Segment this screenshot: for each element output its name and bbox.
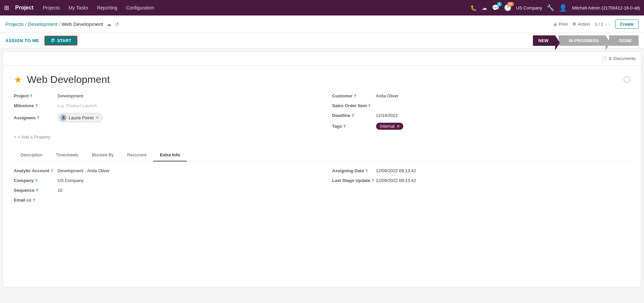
deadline-value[interactable]: 12/14/2022 — [376, 113, 398, 118]
settings-icon[interactable]: 🔧 — [547, 4, 554, 11]
breadcrumb-icons: ☁ ↺ — [106, 21, 119, 27]
nav-configuration[interactable]: Configuration — [125, 5, 156, 10]
company-label: Company ? — [14, 178, 58, 183]
nav-right: 🐛 ☁ 💬 8 🕐 37 US Company 🔧 👤 Mitchell Adm… — [470, 4, 640, 12]
assigning-date-help-icon[interactable]: ? — [365, 169, 368, 173]
deadline-label: Deadline ? — [332, 113, 376, 118]
form-fields: Project ? Development Milestone ? e.g. P… — [14, 93, 630, 130]
status-radio[interactable] — [623, 76, 630, 83]
create-button[interactable]: Create — [615, 20, 639, 29]
breadcrumb-projects[interactable]: Projects — [5, 21, 24, 27]
add-property-button[interactable]: + + Add a Property — [14, 134, 630, 140]
nav-reporting[interactable]: Reporting — [96, 5, 119, 10]
prev-arrow[interactable]: ‹ — [605, 22, 607, 27]
company-value[interactable]: US Company — [58, 178, 83, 183]
tab-blocked-by[interactable]: Blocked By — [85, 149, 121, 161]
breadcrumb-current: Web Development — [62, 21, 103, 27]
breadcrumb-right: 🖨 Print ⚙ Action 1 / 1 ‹ › Create — [553, 20, 639, 29]
last-stage-label: Last Stage Update ? — [332, 178, 376, 183]
favorite-star-icon[interactable]: ★ — [14, 74, 22, 85]
assignees-field-row: Assignees ? 👤 Laurie Poiret ✕ — [14, 113, 312, 122]
milestone-help-icon[interactable]: ? — [35, 104, 38, 108]
documents-widget[interactable]: 📄 0 Documents — [602, 56, 636, 61]
analytic-help-icon[interactable]: ? — [51, 169, 53, 173]
customer-value[interactable]: Anita Oliver — [376, 93, 399, 98]
refresh-icon[interactable]: ↺ — [115, 21, 119, 27]
customer-field-row: Customer ? Anita Oliver — [332, 93, 631, 98]
tags-help-icon[interactable]: ? — [343, 124, 346, 128]
cloud-upload-icon[interactable]: ☁ — [106, 21, 111, 27]
user-avatar[interactable]: 👤 — [559, 4, 567, 12]
milestone-field-row: Milestone ? e.g. Product Launch — [14, 103, 312, 108]
tab-timesheets[interactable]: Timesheets — [49, 149, 85, 161]
project-value[interactable]: Development — [58, 93, 83, 98]
customer-help-icon[interactable]: ? — [354, 94, 356, 98]
pager: 1 / 1 ‹ › — [595, 22, 610, 27]
extra-right: Assigning Date ? 12/09/2022 09:13:42 Las… — [312, 168, 631, 203]
assignees-label: Assignees ? — [14, 115, 58, 120]
assignees-help-icon[interactable]: ? — [37, 116, 39, 120]
project-help-icon[interactable]: ? — [30, 94, 32, 98]
form-body: ★ Web Development Project ? Development — [3, 66, 641, 211]
company-help-icon[interactable]: ? — [35, 179, 37, 183]
tab-extra-info[interactable]: Extra Info — [153, 149, 187, 161]
analytic-label: Analytic Account ? — [14, 168, 58, 173]
start-button[interactable]: ⏱ START — [44, 36, 77, 46]
gear-icon: ⚙ — [572, 22, 576, 27]
clock-icon[interactable]: 🕐 37 — [504, 4, 511, 11]
plus-icon: + — [14, 134, 16, 140]
next-arrow[interactable]: › — [609, 22, 610, 27]
analytic-value[interactable]: Development - Anita Oliver — [58, 168, 110, 173]
sequence-value[interactable]: 10 — [58, 188, 62, 193]
assigning-date-field-row: Assigning Date ? 12/09/2022 09:13:42 — [332, 168, 631, 173]
sales-order-help-icon[interactable]: ? — [368, 104, 371, 108]
form-right: Customer ? Anita Oliver Sales Order Item… — [312, 93, 631, 130]
assignee-name: Laurie Poiret — [69, 115, 94, 120]
tabs-bar: Description Timesheets Blocked By Recurr… — [14, 149, 630, 161]
chat-badge: 8 — [497, 2, 502, 6]
analytic-field-row: Analytic Account ? Development - Anita O… — [14, 168, 312, 173]
tags-field-row: Tags ? Internal ✕ — [332, 123, 631, 130]
sequence-help-icon[interactable]: ? — [36, 188, 38, 192]
print-button[interactable]: 🖨 Print — [553, 22, 568, 27]
bug-icon[interactable]: 🐛 — [470, 5, 477, 11]
nav-projects[interactable]: Projects — [41, 5, 61, 10]
email-cc-help-icon[interactable]: ? — [33, 198, 35, 202]
remove-tag-button[interactable]: ✕ — [397, 124, 400, 129]
deadline-help-icon[interactable]: ? — [352, 114, 354, 118]
last-stage-help-icon[interactable]: ? — [372, 179, 374, 183]
nav-my-tasks[interactable]: My Tasks — [67, 5, 90, 10]
extra-info-section: Analytic Account ? Development - Anita O… — [14, 161, 630, 203]
assigning-date-value: 12/09/2022 09:13:42 — [376, 168, 416, 173]
project-label: Project ? — [14, 93, 58, 98]
chat-icon[interactable]: 💬 8 — [492, 4, 499, 11]
grid-icon[interactable]: ⊞ — [4, 4, 9, 11]
document-icon: 📄 — [602, 56, 607, 61]
extra-fields: Analytic Account ? Development - Anita O… — [14, 168, 630, 203]
remove-assignee-button[interactable]: ✕ — [96, 115, 99, 120]
form-left: Project ? Development Milestone ? e.g. P… — [14, 93, 312, 130]
stage-done[interactable]: DONE — [609, 35, 639, 46]
stages: NEW IN PROGRESS DONE — [533, 35, 639, 46]
tab-description[interactable]: Description — [14, 149, 49, 161]
sequence-label: Sequence ? — [14, 188, 58, 193]
deadline-field-row: Deadline ? 12/14/2022 — [332, 113, 631, 118]
stage-new[interactable]: NEW — [533, 35, 555, 46]
clock-badge: 37 — [507, 2, 514, 6]
breadcrumb-sep-1: / — [25, 21, 26, 27]
breadcrumb-development[interactable]: Development — [28, 21, 57, 27]
action-button[interactable]: ⚙ Action — [572, 22, 590, 27]
sales-order-label: Sales Order Item ? — [332, 103, 376, 108]
milestone-label: Milestone ? — [14, 103, 58, 108]
milestone-placeholder[interactable]: e.g. Product Launch — [58, 103, 97, 108]
sequence-field-row: Sequence ? 10 — [14, 188, 312, 193]
form-top-bar: 📄 0 Documents — [3, 52, 641, 66]
assign-me-button[interactable]: ASSIGN TO ME — [5, 38, 39, 43]
company-name: US Company — [516, 5, 542, 10]
company-field-row: Company ? US Company — [14, 178, 312, 183]
assignee-avatar: 👤 — [60, 114, 67, 121]
tab-recurrent[interactable]: Recurrent — [121, 149, 153, 161]
stage-in-progress[interactable]: IN PROGRESS — [558, 35, 606, 46]
cloud-icon[interactable]: ☁ — [482, 5, 487, 11]
assigning-date-label: Assigning Date ? — [332, 168, 376, 173]
